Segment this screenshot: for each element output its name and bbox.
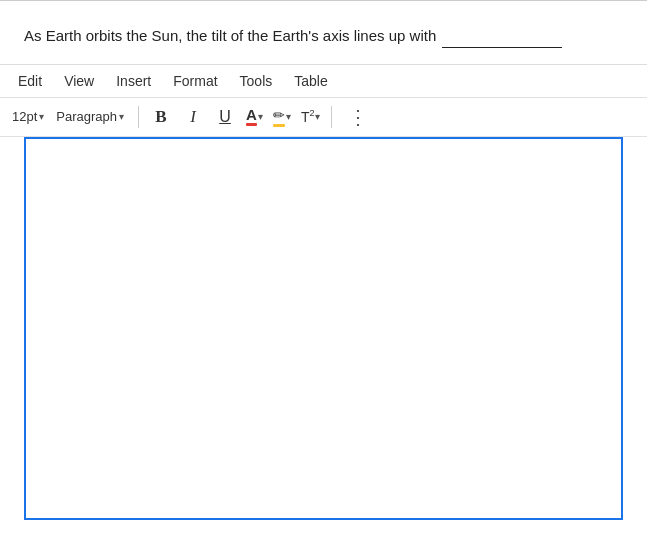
menu-format[interactable]: Format <box>171 71 219 91</box>
italic-button[interactable]: I <box>179 103 207 131</box>
menu-bar: Edit View Insert Format Tools Table <box>0 65 647 98</box>
text-color-label: A <box>246 107 257 122</box>
superscript-button[interactable]: T2 ▾ <box>298 106 324 127</box>
page-container: As Earth orbits the Sun, the tilt of the… <box>0 0 647 540</box>
editor-area[interactable] <box>24 137 623 521</box>
divider-2 <box>331 106 332 128</box>
paragraph-value: Paragraph <box>56 109 117 124</box>
font-size-selector[interactable]: 12pt ▾ <box>8 107 48 126</box>
menu-edit[interactable]: Edit <box>16 71 44 91</box>
highlight-button[interactable]: ✏ ▾ <box>270 105 294 129</box>
toolbar-container: Edit View Insert Format Tools Table 12pt… <box>0 64 647 137</box>
menu-table[interactable]: Table <box>292 71 329 91</box>
blank-space <box>442 31 562 48</box>
superscript-label: T2 <box>301 108 315 125</box>
pen-icon: ✏ <box>273 107 285 123</box>
text-color-underline <box>246 123 257 126</box>
divider-1 <box>138 106 139 128</box>
bold-button[interactable]: B <box>147 103 175 131</box>
superscript-chevron: ▾ <box>315 111 320 122</box>
paragraph-selector[interactable]: Paragraph ▾ <box>52 107 128 126</box>
text-color-button[interactable]: A ▾ <box>243 105 266 128</box>
highlight-chevron: ▾ <box>286 111 291 122</box>
menu-tools[interactable]: Tools <box>238 71 275 91</box>
font-size-value: 12pt <box>12 109 37 124</box>
more-options-button[interactable]: ⋮ <box>344 103 372 131</box>
question-text: As Earth orbits the Sun, the tilt of the… <box>24 27 436 44</box>
format-bar: 12pt ▾ Paragraph ▾ B I U A ▾ <box>0 98 647 137</box>
font-size-chevron: ▾ <box>39 111 44 122</box>
menu-insert[interactable]: Insert <box>114 71 153 91</box>
paragraph-chevron: ▾ <box>119 111 124 122</box>
question-area: As Earth orbits the Sun, the tilt of the… <box>0 1 647 64</box>
text-color-chevron: ▾ <box>258 111 263 122</box>
menu-view[interactable]: View <box>62 71 96 91</box>
underline-button[interactable]: U <box>211 103 239 131</box>
highlight-underline <box>273 124 285 127</box>
